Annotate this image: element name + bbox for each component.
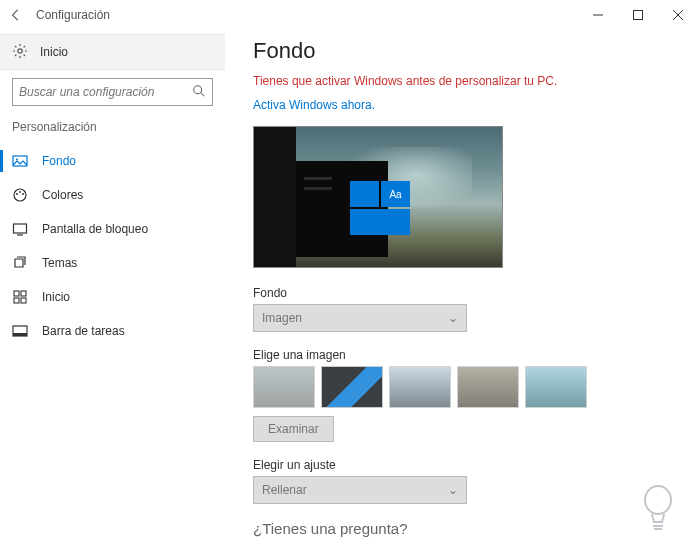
svg-rect-20 — [13, 333, 27, 336]
thumbnail[interactable] — [389, 366, 451, 408]
close-button[interactable] — [658, 1, 698, 29]
svg-rect-17 — [14, 298, 19, 303]
choose-image-label: Elige una imagen — [253, 348, 680, 362]
svg-point-4 — [18, 48, 22, 52]
sidebar-item-label: Pantalla de bloqueo — [42, 222, 148, 236]
svg-rect-15 — [14, 291, 19, 296]
gear-icon — [12, 43, 28, 62]
page-title: Fondo — [253, 38, 680, 64]
background-select[interactable]: Imagen ⌄ — [253, 304, 467, 332]
thumbnail[interactable] — [253, 366, 315, 408]
search-input-wrap[interactable] — [12, 78, 213, 106]
svg-point-12 — [22, 193, 24, 195]
main-panel: Fondo Tienes que activar Windows antes d… — [225, 30, 700, 546]
sidebar-item-label: Colores — [42, 188, 83, 202]
sidebar-item-fondo[interactable]: Fondo — [0, 144, 225, 178]
fit-select[interactable]: Rellenar ⌄ — [253, 476, 467, 504]
chevron-down-icon: ⌄ — [448, 483, 458, 497]
home-button[interactable]: Inicio — [0, 34, 225, 70]
activate-link[interactable]: Activa Windows ahora. — [253, 98, 375, 112]
svg-point-5 — [194, 85, 202, 93]
lockscreen-icon — [12, 221, 28, 237]
svg-point-11 — [19, 191, 21, 193]
fit-value: Rellenar — [262, 483, 307, 497]
sidebar-item-inicio[interactable]: Inicio — [0, 280, 225, 314]
svg-point-10 — [16, 193, 18, 195]
thumbnail[interactable] — [525, 366, 587, 408]
chevron-down-icon: ⌄ — [448, 311, 458, 325]
sidebar-item-label: Inicio — [42, 290, 70, 304]
themes-icon — [12, 255, 28, 271]
question-prompt: ¿Tienes una pregunta? — [253, 520, 680, 537]
background-label: Fondo — [253, 286, 680, 300]
sidebar-item-colores[interactable]: Colores — [0, 178, 225, 212]
start-icon — [12, 289, 28, 305]
activation-warning: Tienes que activar Windows antes de pers… — [253, 74, 680, 88]
svg-rect-13 — [14, 224, 27, 233]
background-value: Imagen — [262, 311, 302, 325]
svg-rect-16 — [21, 291, 26, 296]
minimize-button[interactable] — [578, 1, 618, 29]
home-label: Inicio — [40, 45, 68, 59]
preview-area: Aa — [253, 126, 503, 268]
svg-line-6 — [201, 92, 205, 96]
sidebar-item-barra-tareas[interactable]: Barra de tareas — [0, 314, 225, 348]
search-input[interactable] — [19, 85, 192, 99]
category-label: Personalización — [0, 120, 225, 144]
picture-icon — [12, 153, 28, 169]
svg-point-21 — [645, 486, 671, 514]
preview-sample-text: Aa — [381, 181, 410, 207]
search-icon — [192, 84, 206, 101]
sidebar-item-temas[interactable]: Temas — [0, 246, 225, 280]
sidebar-item-pantalla-bloqueo[interactable]: Pantalla de bloqueo — [0, 212, 225, 246]
svg-rect-18 — [21, 298, 26, 303]
svg-point-9 — [14, 189, 26, 201]
thumbnail[interactable] — [321, 366, 383, 408]
window-title: Configuración — [36, 8, 110, 22]
sidebar: Inicio Personalización Fondo Colores Pan… — [0, 30, 225, 546]
palette-icon — [12, 187, 28, 203]
fit-label: Elegir un ajuste — [253, 458, 680, 472]
svg-rect-1 — [634, 11, 643, 20]
browse-button[interactable]: Examinar — [253, 416, 334, 442]
sidebar-item-label: Temas — [42, 256, 77, 270]
sidebar-item-label: Fondo — [42, 154, 76, 168]
taskbar-icon — [12, 323, 28, 339]
lightbulb-icon — [638, 482, 678, 532]
thumbnail-row — [253, 366, 680, 408]
thumbnail[interactable] — [457, 366, 519, 408]
back-button[interactable] — [2, 1, 30, 29]
sidebar-item-label: Barra de tareas — [42, 324, 125, 338]
maximize-button[interactable] — [618, 1, 658, 29]
